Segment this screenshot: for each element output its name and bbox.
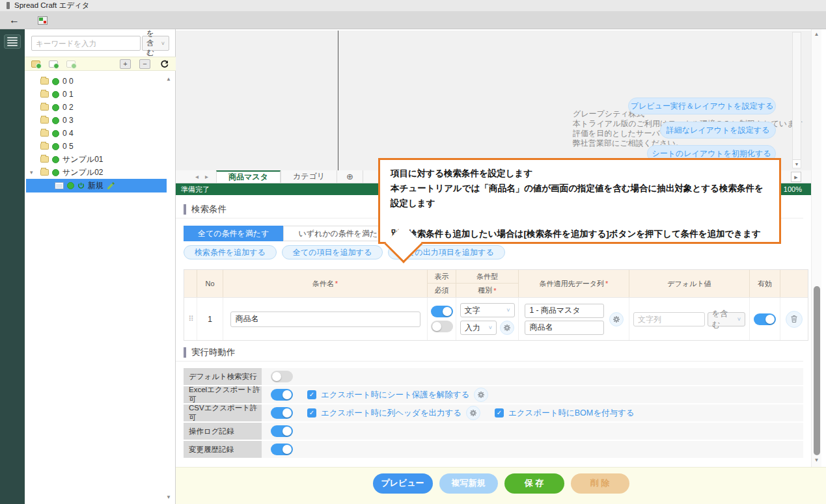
csv-export-toggle[interactable] — [271, 407, 293, 419]
spreadsheet-app-icon[interactable] — [38, 16, 48, 25]
checkbox-checked-icon[interactable]: ✓ — [307, 408, 316, 418]
excel-export-toggle[interactable] — [271, 389, 293, 401]
main-scrollbar[interactable]: ▲ ▼ — [811, 29, 821, 467]
save-button[interactable]: 保 存 — [504, 473, 564, 494]
zoom-level: 100% — [784, 185, 802, 193]
runtime-row-excel-export: Excelエクスポート許可 ✓ エクスポート時にシート保護を解除する — [184, 386, 803, 403]
checkbox-checked-icon[interactable]: ✓ — [307, 390, 316, 399]
status-dot-icon — [52, 143, 59, 150]
tree-item-selected[interactable]: 新規 — [26, 179, 167, 192]
callout-line: 本チュートリアルでは「商品名」の値が画面の指定値を含む場合に抽出対象とする検索条… — [391, 181, 769, 211]
enabled-toggle[interactable] — [754, 313, 776, 325]
mode-all-button[interactable]: 全ての条件を満たす — [184, 226, 283, 241]
col-name: 条件名* — [223, 270, 428, 297]
tree-item[interactable]: 0 5 — [25, 140, 167, 153]
refresh-icon[interactable] — [159, 59, 169, 69]
folder-icon — [40, 143, 49, 150]
new-document-disabled-button[interactable] — [66, 60, 76, 68]
required-toggle[interactable] — [431, 321, 453, 332]
chevron-down-icon[interactable]: ▾ — [30, 169, 37, 176]
sheet-icon — [55, 182, 64, 189]
tree-scroll-up-icon[interactable]: ▲ — [166, 76, 171, 82]
target-table-select[interactable]: 1 - 商品マスタ — [525, 304, 604, 318]
tree-item-expanded[interactable]: ▾サンプル02 — [25, 166, 167, 179]
collapse-all-button[interactable]: − — [139, 59, 150, 69]
checkbox-checked-icon[interactable]: ✓ — [495, 408, 504, 418]
preview-layout-button[interactable]: プレビュー実行＆レイアウトを設定する — [628, 98, 776, 114]
folder-icon — [40, 104, 49, 111]
tab-product-master[interactable]: 商品マスタ — [216, 170, 281, 183]
condition-mode-toggle: 全ての条件を満たす いずれかの条件を満たす — [184, 226, 401, 241]
detail-layout-button[interactable]: 詳細なレイアウトを設定する — [660, 122, 776, 139]
condition-type-select[interactable]: 文字˅ — [460, 303, 515, 317]
target-column-select[interactable]: 商品名 — [525, 321, 604, 335]
tree-item[interactable]: 0 0 — [25, 75, 167, 88]
expand-all-button[interactable]: + — [120, 59, 131, 69]
title-bar: Spread Craft エディタ — [0, 0, 826, 12]
default-match-select[interactable]: を含む˅ — [708, 312, 745, 326]
table-header: No 条件名* 表示 必須 条件型 種別* 条件適用先データ列* デフォルト値 … — [184, 270, 808, 297]
tab-next-icon[interactable]: ▸ — [205, 173, 208, 180]
col-no: No — [197, 270, 223, 297]
col-enabled: 有効 — [750, 270, 780, 297]
add-condition-button[interactable]: 検索条件を追加する — [184, 245, 277, 259]
side-rail — [0, 29, 25, 504]
col-condition-type: 条件型 種別* — [456, 270, 519, 297]
trash-icon[interactable] — [786, 311, 803, 328]
status-text: 準備完了 — [181, 185, 210, 194]
runtime-row-csv-export: CSVエクスポート許可 ✓ エクスポート時に列ヘッダを出力する ✓ エクスポート… — [184, 405, 803, 421]
kind-select[interactable]: 入力˅ — [460, 321, 497, 335]
runtime-row-operation-log: 操作ログ記録 — [184, 423, 803, 440]
new-folder-button[interactable] — [31, 60, 40, 68]
add-all-items-button[interactable]: 全ての項目を追加する — [282, 245, 383, 259]
delete-button[interactable]: 削 除 — [571, 473, 629, 494]
show-toggle[interactable] — [431, 306, 453, 317]
search-input[interactable] — [31, 36, 141, 51]
add-buttons-row: 検索条件を追加する 全ての項目を追加する 全ての出力項目を追加する — [184, 245, 505, 259]
folder-icon — [40, 130, 49, 137]
tree-item[interactable]: サンプル01 — [25, 153, 167, 166]
callout-line: 別の検索条件も追加したい場合は[検索条件を追加する]ボタンを押下して条件を追加で… — [391, 226, 769, 241]
status-dot-icon — [52, 169, 59, 176]
scroll-down-icon[interactable]: ▼ — [812, 457, 821, 463]
tree-item[interactable]: 0 4 — [25, 127, 167, 140]
drag-handle-icon[interactable]: ⠿ — [188, 315, 192, 323]
window-title: Spread Craft エディタ — [14, 1, 89, 10]
change-history-toggle[interactable] — [271, 444, 293, 455]
gear-icon[interactable] — [500, 321, 514, 335]
preview-button[interactable]: プレビュー — [373, 473, 433, 494]
default-value-input[interactable] — [633, 312, 705, 326]
conditions-table: No 条件名* 表示 必須 条件型 種別* 条件適用先データ列* デフォルト値 … — [184, 269, 808, 341]
tab-category[interactable]: カテゴリ — [281, 170, 337, 183]
scroll-up-icon[interactable]: ▲ — [812, 31, 821, 37]
condition-name-input[interactable] — [230, 312, 420, 327]
gear-icon[interactable] — [609, 312, 624, 326]
add-sheet-icon[interactable]: ⊕ — [337, 170, 363, 183]
menu-icon[interactable] — [4, 34, 21, 49]
scroll-right-icon[interactable]: ▶ — [791, 172, 801, 182]
pane-divider — [338, 31, 338, 170]
back-button[interactable]: ← — [9, 15, 20, 25]
tree-scroll-down-icon[interactable]: ▼ — [166, 494, 171, 500]
tree-item[interactable]: 0 1 — [25, 88, 167, 101]
new-document-button[interactable] — [49, 60, 58, 68]
top-toolbar: ← — [0, 12, 826, 29]
row-number: 1 — [197, 298, 223, 340]
sheet-scrollbar[interactable]: ▼ — [792, 32, 801, 168]
operation-log-toggle[interactable] — [271, 425, 293, 437]
scrollbar-thumb[interactable] — [814, 286, 820, 455]
runtime-section-header: 実行時動作 — [176, 343, 803, 362]
tab-prev-icon[interactable]: ◂ — [195, 173, 199, 180]
scroll-down-icon[interactable]: ▼ — [793, 159, 801, 168]
folder-icon — [40, 117, 49, 124]
tree-item[interactable]: 0 2 — [25, 101, 167, 114]
copy-new-button[interactable]: 複写新規 — [439, 473, 498, 494]
default-search-toggle[interactable] — [271, 371, 293, 382]
match-type-select[interactable]: を含む ˅ — [142, 36, 169, 51]
gear-icon[interactable] — [466, 406, 480, 420]
spread-craft-editor-window: Spread Craft エディタ ← を含む ˅ + − ▲ — [0, 0, 826, 504]
tutorial-callout: 項目に対する検索条件を設定します 本チュートリアルでは「商品名」の値が画面の指定… — [378, 158, 781, 244]
gear-icon[interactable] — [474, 388, 488, 402]
tree-item[interactable]: 0 3 — [25, 114, 167, 127]
app-bar-icon — [7, 2, 10, 9]
